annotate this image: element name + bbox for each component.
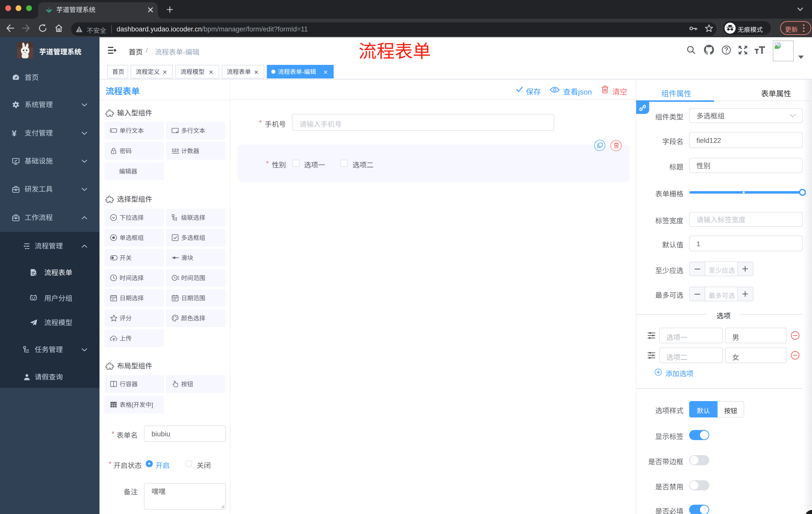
svg-text:123: 123 (172, 148, 179, 153)
